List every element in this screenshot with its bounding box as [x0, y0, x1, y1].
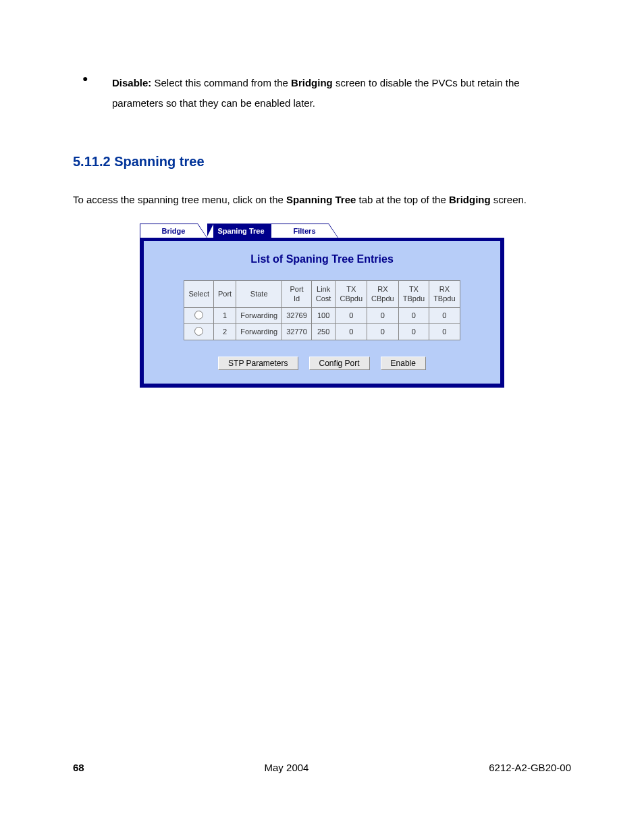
cell-rxtbpdu: 0	[429, 307, 460, 323]
row-select[interactable]	[184, 323, 214, 340]
cell-rxcbpdu: 0	[367, 307, 399, 323]
cell-txcbpdu: 0	[336, 323, 367, 340]
cell-portid: 32770	[282, 323, 312, 340]
tab-filters[interactable]: Filters	[271, 224, 338, 238]
col-rxtbpdu: RXTBpdu	[429, 281, 460, 308]
bullet-label: Disable:	[112, 77, 151, 88]
cell-port: 2	[214, 323, 236, 340]
config-port-button[interactable]: Config Port	[309, 357, 370, 370]
cell-txtbpdu: 0	[398, 323, 429, 340]
tab-row: Bridge Spaning Tree Filters	[140, 224, 504, 238]
col-port: Port	[214, 281, 236, 308]
col-rxcbpdu: RXCBpdu	[367, 281, 399, 308]
col-linkcost: LinkCost	[311, 281, 336, 308]
intro-paragraph: To access the spanning tree menu, click …	[73, 190, 571, 210]
table-row: 1 Forwarding 32769 100 0 0 0 0	[184, 307, 460, 323]
page-footer: 68 May 2004 6212-A2-GB20-00	[73, 762, 571, 773]
enable-button[interactable]: Enable	[381, 357, 426, 370]
stp-parameters-button[interactable]: STP Parameters	[218, 357, 298, 370]
cell-txtbpdu: 0	[398, 307, 429, 323]
cell-rxtbpdu: 0	[429, 323, 460, 340]
cell-linkcost: 250	[311, 323, 336, 340]
cell-txcbpdu: 0	[336, 307, 367, 323]
footer-date: May 2004	[265, 762, 309, 773]
tab-spanning-tree[interactable]: Spaning Tree	[207, 224, 275, 238]
col-txtbpdu: TXTBpdu	[398, 281, 429, 308]
panel-inner: List of Spaning Tree Entries Select Port…	[144, 241, 500, 384]
col-portid: PortId	[282, 281, 312, 308]
row-select[interactable]	[184, 307, 214, 323]
cell-port: 1	[214, 307, 236, 323]
panel-title: List of Spaning Tree Entries	[149, 253, 495, 265]
select-radio-2[interactable]	[194, 327, 203, 336]
tab-bridge[interactable]: Bridge	[140, 224, 207, 238]
panel-outer: List of Spaning Tree Entries Select Port…	[140, 237, 504, 388]
bullet-text: Disable: Select this command from the Br…	[112, 73, 571, 113]
cell-linkcost: 100	[311, 307, 336, 323]
bullet-disable: ● Disable: Select this command from the …	[73, 73, 571, 113]
col-select: Select	[184, 281, 214, 308]
spanning-tree-table: Select Port State PortId LinkCost TXCBpd…	[184, 280, 460, 340]
select-radio-1[interactable]	[194, 311, 203, 319]
page-number: 68	[73, 762, 84, 773]
bullet-marker: ●	[73, 73, 112, 113]
cell-state: Forwarding	[236, 323, 282, 340]
cell-state: Forwarding	[236, 307, 282, 323]
button-row: STP Parameters Config Port Enable	[149, 357, 495, 370]
ui-screenshot: Bridge Spaning Tree Filters List of Span…	[140, 224, 504, 388]
col-state: State	[236, 281, 282, 308]
section-heading: 5.11.2 Spanning tree	[73, 154, 571, 170]
footer-docid: 6212-A2-GB20-00	[489, 762, 571, 773]
table-header-row: Select Port State PortId LinkCost TXCBpd…	[184, 281, 460, 308]
col-txcbpdu: TXCBpdu	[336, 281, 367, 308]
cell-rxcbpdu: 0	[367, 323, 399, 340]
cell-portid: 32769	[282, 307, 312, 323]
table-row: 2 Forwarding 32770 250 0 0 0 0	[184, 323, 460, 340]
